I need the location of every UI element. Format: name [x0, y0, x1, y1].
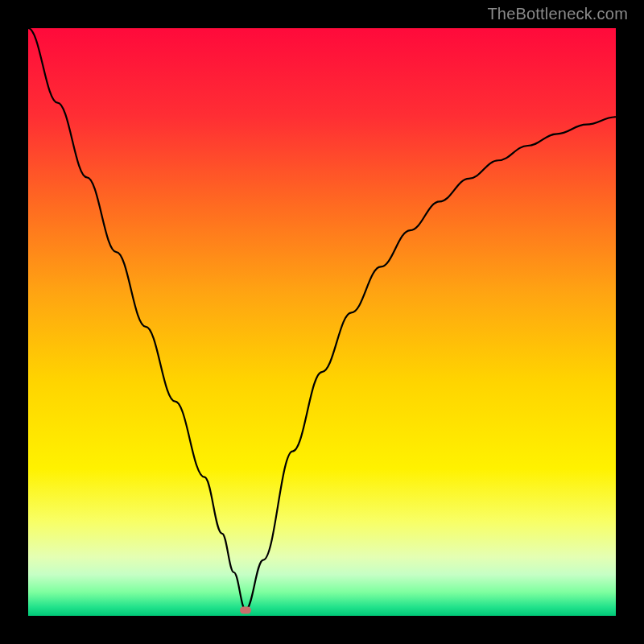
curve-layer: [28, 28, 616, 616]
optimal-point-marker: [240, 606, 251, 613]
watermark-text: TheBottleneck.com: [487, 5, 628, 23]
plot-area: [28, 28, 616, 616]
bottleneck-curve: [28, 28, 616, 610]
chart-frame: TheBottleneck.com: [0, 0, 644, 644]
